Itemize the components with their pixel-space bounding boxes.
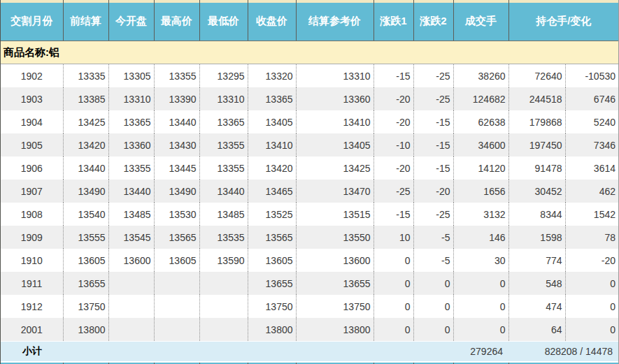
cell-prev-settle: 13440 (63, 156, 108, 180)
table-row: 1908135401348513530134851352513515-15-25… (1, 203, 618, 226)
cell-prev-settle: 13540 (63, 203, 108, 226)
cell-delivery-month: 1908 (1, 203, 63, 226)
product-name-label: 商品名称:铝 (1, 41, 618, 64)
cell-change2: 0 (413, 318, 453, 342)
cell-open: 13485 (108, 203, 154, 226)
cell-settle-ref: 13470 (296, 180, 373, 203)
cell-open: 13305 (108, 64, 154, 88)
cell-open: 13360 (108, 133, 154, 156)
cell-change1: -25 (373, 180, 413, 203)
cell-delivery-month: 1911 (1, 272, 63, 295)
table-row: 190913555135451356513535135651355010-514… (1, 226, 618, 249)
cell-open-interest: 8344 (508, 203, 565, 226)
cell-settle-ref: 13550 (296, 226, 373, 249)
cell-low (199, 272, 248, 295)
cell-change2: -15 (413, 110, 453, 133)
cell-open-interest: 1598 (508, 226, 565, 249)
cell-high (154, 318, 199, 342)
cell-volume: 146 (453, 226, 508, 249)
cell-delivery-month: 1909 (1, 226, 63, 249)
cell-oi-change: 7346 (565, 133, 618, 156)
cell-high: 13430 (154, 133, 199, 156)
cell-oi-change: 462 (565, 180, 618, 203)
cell-change2: -15 (413, 156, 453, 180)
cell-oi-change: -10530 (565, 64, 618, 88)
cell-delivery-month: 1907 (1, 180, 63, 203)
cell-settle-ref: 13655 (296, 272, 373, 295)
cell-prev-settle: 13800 (63, 318, 108, 342)
cell-change2: -25 (413, 203, 453, 226)
cell-volume: 0 (453, 272, 508, 295)
cell-close: 13365 (248, 87, 296, 110)
cell-settle-ref: 13405 (296, 133, 373, 156)
table-row: 19121375013750137500004740 (1, 295, 618, 318)
cell-open: 13365 (108, 110, 154, 133)
cell-open (108, 318, 154, 342)
cell-settle-ref: 13600 (296, 249, 373, 272)
cell-change2: 0 (413, 272, 453, 295)
subtotal-volume: 279264 (453, 342, 508, 363)
cell-change2: -15 (413, 133, 453, 156)
cell-open: 13355 (108, 156, 154, 180)
cell-close: 13525 (248, 203, 296, 226)
col-header-change1: 涨跌1 (373, 0, 413, 41)
cell-low: 13590 (199, 249, 248, 272)
cell-open-interest: 548 (508, 272, 565, 295)
cell-volume: 1656 (453, 180, 508, 203)
col-header-open-interest-change: 持仓手/变化 (508, 0, 618, 41)
cell-prev-settle: 13420 (63, 133, 108, 156)
table-row: 1906134401335513445133551342013425-20-15… (1, 156, 618, 180)
cell-low: 13485 (199, 203, 248, 226)
table-row: 1904134251336513440133651340513410-20-15… (1, 110, 618, 133)
cell-volume: 34600 (453, 133, 508, 156)
cell-volume: 3132 (453, 203, 508, 226)
header-row: 交割月份 前结算 今开盘 最高价 最低价 收盘价 结算参考价 涨跌1 涨跌2 成… (1, 0, 618, 41)
cell-high: 13530 (154, 203, 199, 226)
table-row: 1902133351330513355132951332013310-15-25… (1, 64, 618, 88)
table-body: 1902133351330513355132951332013310-15-25… (1, 64, 618, 342)
col-header-settle-ref: 结算参考价 (296, 0, 373, 41)
cell-oi-change: 0 (565, 318, 618, 342)
cell-high (154, 272, 199, 295)
cell-low: 13295 (199, 64, 248, 88)
cell-change2: -5 (413, 249, 453, 272)
cell-oi-change: 78 (565, 226, 618, 249)
cell-volume: 0 (453, 295, 508, 318)
cell-open-interest: 244518 (508, 87, 565, 110)
cell-delivery-month: 1902 (1, 64, 63, 88)
col-header-volume: 成交手 (453, 0, 508, 41)
cell-change1: -15 (373, 203, 413, 226)
cell-delivery-month: 1910 (1, 249, 63, 272)
cell-low: 13310 (199, 87, 248, 110)
cell-settle-ref: 13310 (296, 64, 373, 88)
cell-change2: 0 (413, 295, 453, 318)
cell-low: 13535 (199, 226, 248, 249)
col-header-high: 最高价 (154, 0, 199, 41)
product-band: 商品名称:铝 (1, 41, 618, 64)
subtotal-open-interest-change: 828208 / 14478 (508, 342, 618, 363)
cell-open (108, 272, 154, 295)
cell-prev-settle: 13335 (63, 64, 108, 88)
cell-delivery-month: 1912 (1, 295, 63, 318)
futures-quotes-page: 交割月份 前结算 今开盘 最高价 最低价 收盘价 结算参考价 涨跌1 涨跌2 成… (0, 0, 619, 364)
table-footer: 小计 279264 828208 / 14478 (1, 342, 618, 364)
cell-open: 13440 (108, 180, 154, 203)
cell-change2: -5 (413, 226, 453, 249)
cell-delivery-month: 1906 (1, 156, 63, 180)
cell-prev-settle: 13425 (63, 110, 108, 133)
cell-low (199, 318, 248, 342)
futures-quotes-table: 交割月份 前结算 今开盘 最高价 最低价 收盘价 结算参考价 涨跌1 涨跌2 成… (1, 0, 618, 364)
cell-change1: 0 (373, 272, 413, 295)
cell-high: 13490 (154, 180, 199, 203)
cell-close: 13465 (248, 180, 296, 203)
table-row: 19111365513655136550005480 (1, 272, 618, 295)
col-header-delivery-month: 交割月份 (1, 0, 63, 41)
cell-change1: -20 (373, 87, 413, 110)
table-row: 1903133851331013390133101336513360-20-25… (1, 87, 618, 110)
cell-change1: 10 (373, 226, 413, 249)
cell-open-interest: 774 (508, 249, 565, 272)
cell-change1: -20 (373, 110, 413, 133)
cell-delivery-month: 1903 (1, 87, 63, 110)
cell-open-interest: 64 (508, 318, 565, 342)
cell-low: 13355 (199, 156, 248, 180)
